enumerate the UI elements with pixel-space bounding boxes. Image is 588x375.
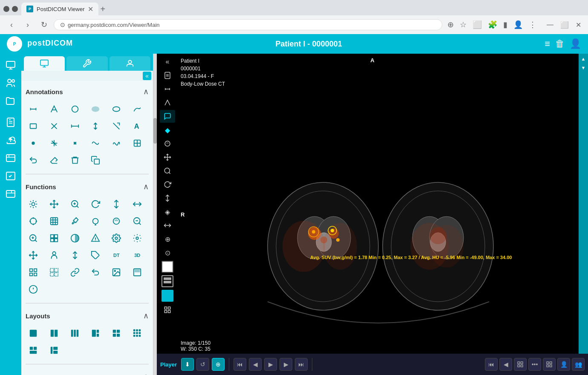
brightness-icon[interactable] [26,196,41,212]
viewer-btn-angle[interactable] [160,96,175,109]
reload-btn[interactable]: ↻ [37,18,50,31]
viewer-right-btn-up[interactable]: ▲ [579,55,588,63]
new-tab-btn[interactable]: + [100,4,105,14]
sidebar-btn-folder[interactable] [3,93,19,109]
eraser-icon[interactable] [46,153,62,168]
freehand2-icon[interactable] [88,136,103,151]
extensions-btn[interactable]: 🧩 [486,18,499,31]
tool-layout[interactable] [543,358,556,371]
sidebar-btn-monitor[interactable] [3,57,19,73]
sidebar-btn-annotate[interactable] [3,168,19,184]
viewer-btn-dual-bar[interactable] [161,275,173,287]
viewer-btn-sync[interactable]: ⊕ [160,233,175,245]
tab-close-btn[interactable]: ✕ [88,5,93,13]
gallery-icon[interactable] [130,265,145,280]
spine-icon[interactable] [88,118,103,134]
layouts-toggle[interactable]: ∧ [143,311,149,320]
tab-display[interactable] [24,56,65,71]
player-play-btn[interactable]: ⊕ [212,358,225,371]
layout-sidebar[interactable] [46,343,62,358]
viewer-btn-zoom[interactable] [160,164,175,177]
angle-icon[interactable] [46,101,62,117]
pan-icon[interactable] [46,196,62,212]
functions-toggle[interactable]: ∧ [143,182,149,191]
list-view-btn[interactable]: ≡ [545,38,550,49]
player-reset-btn[interactable]: ↺ [196,358,209,371]
undo-icon[interactable] [26,153,41,168]
freehand-icon[interactable] [130,101,145,117]
clear-icon[interactable] [67,153,83,168]
sidebar-btn[interactable]: ▮ [502,18,509,31]
flip-v-icon[interactable] [109,196,124,212]
viewer-btn-speech[interactable] [160,110,175,123]
sharp-icon[interactable] [88,231,103,246]
player-download-btn[interactable]: ⬇ [181,358,194,371]
window-icon[interactable] [46,231,62,246]
pointer-icon[interactable] [46,136,62,151]
zoom-in-icon[interactable] [26,231,41,246]
layout-1x1[interactable] [26,326,41,341]
sidebar-btn-list-search[interactable] [3,150,19,166]
ellipse-filled-icon[interactable] [88,101,103,117]
layout-1x2[interactable] [46,326,62,341]
viewer-btn-collapse[interactable]: « [160,55,175,68]
viewer-btn-measure[interactable] [160,83,175,95]
sidebar-btn-notes[interactable] [3,114,19,130]
tools-scrollbar-thumb[interactable] [153,118,157,144]
tab-tools[interactable] [66,56,107,71]
user-btn[interactable]: 👤 [570,38,581,49]
dt-icon[interactable]: DT [109,248,124,263]
point-icon[interactable] [26,136,41,151]
viewer-btn-layer[interactable]: ◈ [160,205,175,218]
text-icon[interactable]: A [130,118,145,134]
flip-h-icon[interactable] [130,196,145,212]
rect-icon[interactable] [26,118,41,134]
tool-grid[interactable] [514,358,527,371]
player-play2-btn[interactable]: ▶ [264,358,277,371]
viewer-btn-rotate[interactable] [160,178,175,191]
player-last-btn[interactable]: ⏭ [295,358,308,371]
sidebar-btn-upload[interactable] [3,132,19,148]
translate-btn[interactable]: ⊕ [446,18,455,31]
cog-icon[interactable] [109,231,124,246]
wave-icon[interactable] [109,136,124,151]
ellipse-icon[interactable] [109,101,124,117]
3d-icon[interactable]: 3D [130,248,145,263]
empty2[interactable] [46,213,62,229]
layout-1-2[interactable] [88,326,103,341]
hline-icon[interactable] [67,118,83,134]
address-bar[interactable]: ⊙ germany.postdicom.com/Viewer/Main [54,19,442,30]
mpr-toggle[interactable]: ∧ [143,372,149,375]
delete-btn[interactable]: 🗑 [555,38,565,49]
layout-2x2[interactable] [109,326,124,341]
undo2-icon[interactable] [88,265,103,280]
invert-icon[interactable] [67,231,83,246]
maximize-btn[interactable]: ⬜ [559,19,571,31]
tool-prev-series[interactable]: ⏮ [485,358,498,371]
viewer-right-btn-down[interactable]: ▼ [579,63,588,72]
tab-user[interactable] [110,56,150,71]
image-icon[interactable] [109,265,124,280]
sort-icon[interactable] [67,248,83,263]
empty6-icon[interactable] [130,136,145,151]
viewer-btn-scroll-h[interactable] [160,219,175,232]
grid2-icon[interactable] [26,265,41,280]
layout-3x3[interactable] [130,326,145,341]
grid3-icon[interactable] [46,265,62,280]
viewer-btn-grid-layout[interactable] [160,303,175,316]
tool-prev2[interactable]: ◀ [499,358,512,371]
viewer-btn-move[interactable] [160,151,175,164]
lasso-icon[interactable] [88,213,103,229]
viewer-btn-wl[interactable] [160,137,175,150]
info-icon[interactable] [26,282,41,297]
layout-1x3[interactable] [67,326,83,341]
annotations-toggle[interactable]: ∧ [143,87,149,96]
active-tab[interactable]: P PostDICOM Viewer ✕ [21,3,98,15]
link-icon[interactable] [67,265,83,280]
viewer-canvas[interactable]: Avg. SUV (bw,g/ml) = 1.78 Min = 0.25, Ma… [178,54,579,354]
viewer-btn-diamond[interactable]: ◆ [160,124,175,136]
crosshair-icon[interactable] [26,213,41,229]
viewer-btn-scroll-v[interactable] [160,192,175,205]
collapse-panel-btn[interactable]: « [143,72,151,80]
ruler-icon[interactable] [26,101,41,117]
